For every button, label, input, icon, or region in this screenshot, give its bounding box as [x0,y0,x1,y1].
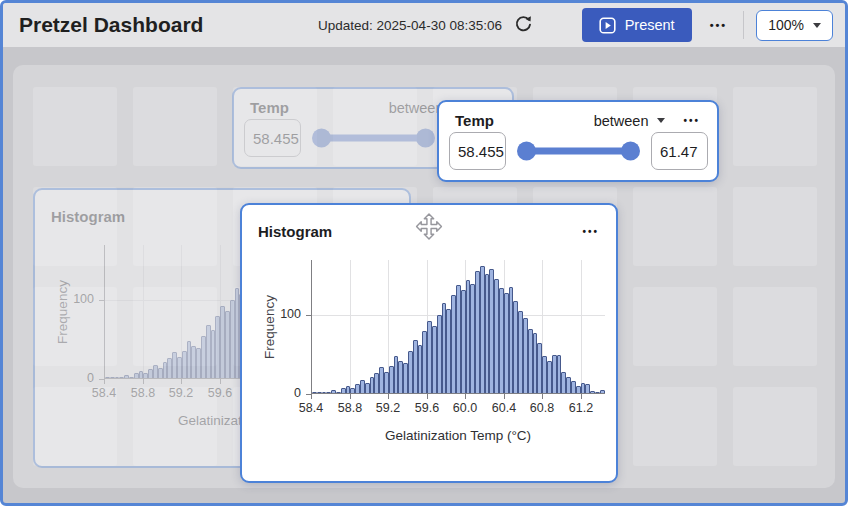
placeholder-tile [733,87,817,166]
refresh-button[interactable] [512,13,534,38]
range-slider[interactable] [519,132,638,170]
placeholder-tile [133,187,217,266]
x-tick [311,394,312,399]
present-label: Present [625,17,675,33]
y-axis-label: Frequency [262,295,277,359]
header: Pretzel Dashboard Updated: 2025-04-30 08… [3,3,845,47]
x-tick [350,394,351,399]
histogram-card-header: Histogram ••• [242,205,616,245]
y-axis-line [311,260,312,394]
present-play-icon [599,17,616,34]
histogram-bar [389,366,394,394]
chevron-down-icon [657,118,665,123]
bars-layer [312,260,605,394]
x-tick-label: 60.0 [443,401,487,415]
x-tick-label: 59.2 [366,401,410,415]
histogram-more-options-icon[interactable]: ••• [580,222,601,241]
x-tick [542,394,543,399]
placeholder-tile [133,387,217,466]
x-tick-label: 61.2 [559,401,603,415]
placeholder-tile [33,387,117,466]
histogram-bar [552,355,557,394]
placeholder-tile [33,187,117,266]
x-tick [504,394,505,399]
zoom-value: 100% [768,17,804,33]
header-divider [743,11,744,39]
min-value-input[interactable] [449,132,506,170]
move-icon[interactable] [416,213,443,243]
header-more-options-icon[interactable]: ••• [706,13,732,37]
histogram-bar [480,266,485,394]
plot-area: 58.458.859.259.660.060.460.861.20100 [311,260,605,394]
histogram-chart: Frequency 58.458.859.259.660.060.460.861… [242,245,616,483]
placeholder-tile [33,287,117,366]
placeholder-tile [633,287,717,366]
temp-filter-card: Temp between ••• [437,100,719,182]
header-actions: Present ••• 100% [534,8,833,42]
updated-label: Updated: 2025-04-30 08:35:06 [318,18,502,33]
max-value-input[interactable] [651,132,708,170]
dashboard-canvas: Temp between ••• Histogram [3,47,845,503]
slider-handle-max[interactable] [621,142,640,161]
x-tick-label: 58.4 [289,401,333,415]
histogram-bar [504,293,509,394]
histogram-bar [528,329,533,394]
y-tick-label: 0 [259,386,301,400]
slider-handle-min[interactable] [517,142,536,161]
app-window: Pretzel Dashboard Updated: 2025-04-30 08… [0,0,848,506]
operator-value: between [594,113,649,129]
temp-card-controls [439,130,717,170]
zoom-select[interactable]: 100% [756,10,833,41]
x-tick [427,394,428,399]
placeholder-tile [633,387,717,466]
x-tick-label: 60.8 [520,401,564,415]
chevron-down-icon [813,23,821,28]
placeholder-tile [333,87,417,166]
y-tick [306,315,311,316]
x-tick [465,394,466,399]
y-tick-label: 100 [259,307,301,321]
updated-status: Updated: 2025-04-30 08:35:06 [318,13,534,38]
x-tick [581,394,582,399]
placeholder-tile [733,387,817,466]
histogram-card: Histogram ••• Frequency 58.458.859.259.6… [240,203,618,483]
page-title: Pretzel Dashboard [19,13,318,37]
histogram-bar [413,340,418,394]
refresh-icon [514,15,532,36]
x-axis-label: Gelatinization Temp (°C) [385,428,531,443]
x-tick [388,394,389,399]
y-tick [306,394,311,395]
placeholder-tile [733,287,817,366]
placeholder-tile [733,187,817,266]
temp-more-options-icon[interactable]: ••• [681,111,702,130]
operator-dropdown[interactable]: between [594,113,666,129]
placeholder-tile [633,187,717,266]
temp-card-title: Temp [455,112,594,129]
placeholder-tile [233,87,317,166]
placeholder-tile [133,87,217,166]
histogram-bar [456,285,461,394]
histogram-bar [432,326,437,394]
x-axis-line [311,393,605,394]
placeholder-tile [33,87,117,166]
histogram-card-title: Histogram [258,223,564,240]
placeholder-tile [133,287,217,366]
slider-track [521,148,636,155]
present-button[interactable]: Present [582,8,692,42]
histogram-bar [437,315,442,394]
temp-card-header: Temp between ••• [439,102,717,130]
histogram-bar [461,290,466,394]
